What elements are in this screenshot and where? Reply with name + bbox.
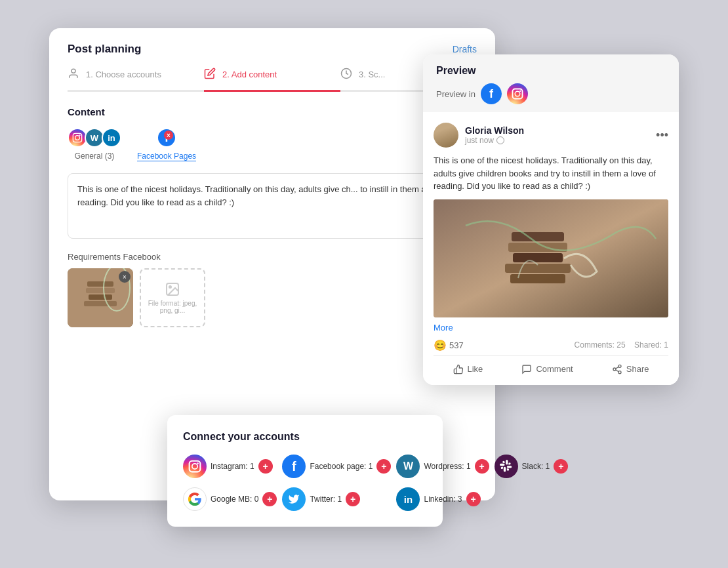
account-groups: W in General (3) × f Facebook Pages [68, 128, 477, 161]
instagram-connect-label: Instagram: 1 [211, 462, 254, 471]
preview-card: Preview Preview in f [423, 54, 679, 385]
svg-point-25 [618, 365, 621, 367]
slack-add-btn[interactable]: + [554, 459, 568, 474]
svg-point-15 [197, 462, 199, 464]
globe-icon [496, 136, 504, 144]
svg-line-28 [615, 370, 618, 372]
connect-modal-title: Connect your accounts [183, 431, 427, 443]
preview-facebook-btn[interactable]: f [481, 83, 502, 104]
preview-title: Preview [436, 65, 666, 77]
comments-count: Comments: 25 [575, 340, 626, 350]
comment-btn[interactable]: Comment [516, 361, 578, 377]
uploaded-image[interactable]: × [68, 268, 133, 327]
slack-connect-label: Slack: 1 [522, 462, 550, 471]
svg-point-3 [75, 136, 80, 140]
connect-wordpress[interactable]: W Wordpress: 1 + [396, 455, 489, 478]
connect-slack[interactable]: Slack: 1 + [495, 455, 569, 478]
google-mb-connect-label: Google MB: 0 [211, 495, 258, 504]
share-btn[interactable]: Share [607, 361, 655, 377]
step-choose-accounts[interactable]: 1. Choose accounts [68, 68, 204, 92]
svg-point-14 [192, 464, 197, 469]
remove-image-btn[interactable]: × [119, 271, 131, 283]
post-textarea[interactable]: This is one of the nicest holidays. Trad… [68, 173, 477, 239]
connect-facebook[interactable]: f Facebook page: 1 + [282, 455, 391, 478]
step-schedule-label: 3. Sc... [359, 70, 385, 79]
twitter-connect-icon [282, 487, 306, 511]
general-group-label: General (3) [75, 152, 115, 161]
svg-rect-22 [513, 253, 563, 262]
connect-twitter[interactable]: Twitter: 1 + [282, 487, 391, 511]
reaction-count: 537 [449, 340, 464, 350]
wordpress-add-btn[interactable]: + [475, 459, 489, 474]
upload-hint: File format: jpeg, png, gi... [141, 300, 204, 314]
card-title: Post planning [68, 43, 141, 56]
facebook-connect-label: Facebook page: 1 [310, 462, 373, 471]
facebook-group-label: Facebook Pages [137, 152, 196, 161]
step-add-content-label: 2. Add content [222, 70, 277, 79]
svg-point-12 [169, 286, 171, 288]
fb-avatar [434, 123, 458, 148]
step-add-content[interactable]: 2. Add content [204, 68, 340, 92]
wordpress-connect-icon: W [396, 455, 420, 478]
svg-rect-2 [73, 133, 81, 142]
like-label: Like [468, 364, 483, 374]
instagram-connect-icon [183, 455, 207, 478]
requirements-label: Requirements Facebook [68, 252, 477, 262]
google-mb-connect-icon [183, 487, 207, 511]
preview-header: Preview Preview in f [423, 54, 679, 112]
step-choose-accounts-label: 1. Choose accounts [86, 70, 161, 79]
facebook-icon-group: × f [157, 128, 176, 148]
connect-google-mb[interactable]: Google MB: 0 + [183, 487, 277, 511]
twitter-add-btn[interactable]: + [346, 492, 360, 506]
connect-instagram[interactable]: Instagram: 1 + [183, 455, 277, 478]
account-group-facebook[interactable]: × f Facebook Pages [137, 128, 196, 161]
like-btn[interactable]: Like [448, 361, 489, 377]
clock-icon [340, 68, 354, 81]
fb-more-link[interactable]: More [434, 317, 668, 335]
svg-rect-9 [84, 301, 117, 306]
section-title: Content [68, 106, 477, 117]
drafts-link[interactable]: Drafts [453, 44, 477, 54]
facebook-connect-icon: f [282, 455, 306, 478]
svg-rect-7 [86, 288, 115, 293]
fb-reactions: 😊 537 Comments: 25 Shared: 1 [434, 335, 668, 356]
svg-rect-13 [190, 461, 201, 472]
comment-label: Comment [536, 364, 573, 374]
svg-rect-8 [89, 294, 112, 300]
fb-post-preview: Gloria Wilson just now ••• This is one o… [423, 112, 679, 385]
user-icon [68, 68, 81, 81]
fb-post-image [434, 199, 668, 317]
preview-instagram-btn[interactable] [507, 83, 528, 104]
preview-in-label: Preview in [436, 89, 475, 99]
linkedin-add-btn[interactable]: + [466, 492, 481, 506]
shared-count: Shared: 1 [634, 340, 668, 350]
svg-point-27 [618, 371, 621, 373]
image-area: × File format: jpeg, png, gi... [68, 268, 477, 327]
svg-point-4 [79, 134, 81, 136]
wordpress-connect-label: Wordpress: 1 [424, 462, 470, 471]
connect-linkedin[interactable]: in Linkedin: 3 + [396, 487, 489, 511]
fb-more-btn[interactable]: ••• [656, 129, 668, 142]
svg-line-29 [615, 367, 618, 369]
reaction-emoji: 😊 [434, 339, 447, 352]
linkedin-connect-icon: in [396, 487, 420, 511]
svg-rect-20 [512, 232, 564, 241]
svg-point-18 [519, 91, 521, 92]
fb-post-text: This is one of the nicest holidays. Trad… [434, 154, 668, 193]
upload-slot[interactable]: File format: jpeg, png, gi... [140, 268, 205, 327]
svg-rect-16 [512, 89, 522, 99]
google-mb-add-btn[interactable]: + [262, 492, 277, 506]
linkedin-connect-label: Linkedin: 3 [424, 495, 462, 504]
twitter-connect-label: Twitter: 1 [310, 495, 342, 504]
facebook-add-btn[interactable]: + [376, 459, 391, 474]
fb-actions: Like Comment Share [434, 356, 668, 385]
account-group-general[interactable]: W in General (3) [68, 128, 121, 161]
slack-connect-icon [495, 455, 518, 478]
edit-icon [204, 68, 217, 81]
fb-timestamp: just now [465, 136, 524, 145]
linkedin-icon: in [102, 128, 121, 148]
svg-rect-23 [505, 264, 571, 273]
instagram-add-btn[interactable]: + [258, 459, 273, 474]
svg-point-0 [71, 69, 75, 73]
svg-point-26 [613, 368, 616, 371]
